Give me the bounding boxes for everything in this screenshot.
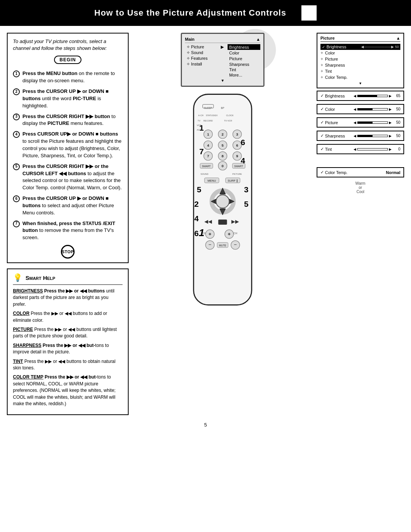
sharpness-value: 50 (393, 134, 400, 138)
step-5-text: Press the CURSOR RIGHT ▶▶ or the CURSOR … (22, 163, 123, 192)
tv-menu-row-picture: ✧ Picture ▶ Brightness (185, 44, 260, 50)
sharpness-row: ✓ Sharpness ◀ ▶ 50 (320, 133, 400, 138)
remote-control[interactable]: SLEEP BP A-CH STATUS/EX CLOCK TV RECORD … (169, 91, 276, 327)
picture-value: 50 (393, 120, 400, 125)
tv-menu-table: ✧ Picture ▶ Brightness ✧ Sound Color ✧ F… (185, 44, 260, 78)
picture-menu-brightness: ✓ Brightness ◀————————▶ 50 (320, 44, 400, 50)
picture-menu-down-arrow: ▼ (320, 81, 400, 85)
help-brightness: BRIGHTNESS Press the ▶▶ or ◀◀ buttons un… (13, 288, 123, 308)
step-2: 2 Press the CURSOR UP ▶ or DOWN ■ button… (13, 88, 123, 110)
svg-text:STATUS/EX: STATUS/EX (206, 114, 218, 117)
svg-text:−: − (209, 242, 212, 248)
help-sharpness: SHARPNESS Press the ▶▶ or ◀◀ but-tons to… (13, 342, 123, 356)
svg-text:CLOCK: CLOCK (226, 114, 234, 117)
step-3-number: 3 (13, 113, 20, 120)
tv-menu-row-install: ✧ Install Sharpness (185, 61, 260, 67)
tv-main-label: Main (185, 37, 194, 42)
brightness-panel: ✓ Brightness ◀ ▶ 65 (317, 91, 404, 101)
svg-text:8: 8 (221, 154, 223, 158)
right-column: Picture ▲ ✓ Brightness ◀————————▶ 50 ✧ C… (317, 33, 404, 415)
stop-badge: STOP (61, 245, 75, 259)
picture-tri-right: ▶ (389, 121, 392, 125)
picture-label: ✓ Picture (320, 120, 338, 125)
picture-bar-fill (358, 122, 373, 123)
picture-menu-sharpness: ✧ Sharpness (320, 62, 400, 68)
sharpness-tri-left: ◀ (354, 134, 356, 138)
tint-tri-right: ▶ (389, 147, 392, 151)
svg-point-46 (216, 195, 229, 208)
brightness-bar (357, 95, 388, 97)
sharpness-panel: ✓ Sharpness ◀ ▶ 50 (317, 131, 404, 141)
svg-text:◀◀: ◀◀ (204, 219, 212, 224)
svg-text:3: 3 (244, 185, 249, 194)
picture-menu-up-arrow: ▲ (396, 36, 400, 40)
begin-badge: BEGIN (54, 56, 81, 64)
brightness-tri-left: ◀ (354, 94, 356, 98)
picture-bar (357, 121, 388, 124)
sharpness-bar-container: ◀ ▶ 50 (354, 134, 400, 138)
picture-panel: ✓ Picture ◀ ▶ 50 (317, 117, 404, 128)
svg-text:CH: CH (234, 232, 237, 235)
sharpness-label: ✓ Sharpness (320, 133, 345, 138)
step-1: 1 Press the MENU button on the remote to… (13, 70, 123, 85)
color-tri-right: ▶ (389, 107, 392, 111)
tv-menu-row-features: ✧ Features Picture (185, 56, 260, 61)
svg-rect-49 (218, 220, 227, 225)
page-number: 5 (0, 422, 411, 431)
brightness-bar-fill (358, 95, 377, 97)
color-bar-container: ◀ ▶ 50 (354, 107, 400, 111)
brightness-bar-container: ◀ ▶ 65 (354, 94, 400, 98)
svg-text:4: 4 (207, 143, 209, 147)
picture-menu-tint: ✧ Tint (320, 68, 400, 74)
svg-text:5: 5 (197, 185, 201, 194)
svg-text:7: 7 (199, 147, 204, 156)
page-header: How to Use the Picture Adjustment Contro… (0, 0, 411, 26)
svg-text:4: 4 (194, 214, 199, 223)
help-tint: TINT Press the ▶▶ or ◀◀ buttons to obtai… (13, 358, 123, 372)
tv-menu-up-arrow: ▲ (256, 37, 260, 42)
svg-text:RECORD: RECORD (203, 120, 213, 122)
picture-menu-color: ✧ Color (320, 50, 400, 56)
svg-text:1: 1 (207, 132, 209, 136)
color-value: 50 (393, 107, 400, 111)
intro-text: To adjust your TV picture controls, sele… (13, 38, 123, 52)
warm-cool-label: WarmorCool (317, 181, 404, 194)
tv-menu-down-arrow: ▼ (185, 78, 260, 83)
picture-menu-header: Picture ▲ (320, 36, 400, 42)
step-2-text: Press the CURSOR UP ▶ or DOWN ■ buttons … (22, 88, 123, 110)
step-1-text: Press the MENU button on the remote to d… (22, 70, 123, 85)
lightbulb-icon: 💡 (13, 273, 22, 282)
tv-screen: Main ▲ ✧ Picture ▶ Brightness ✧ Sound Co… (181, 33, 264, 87)
step-1-number: 1 (13, 70, 20, 77)
color-panel: ✓ Color ◀ ▶ 50 (317, 104, 404, 114)
svg-text:+: + (209, 231, 212, 237)
svg-text:4: 4 (241, 156, 245, 165)
help-color: COLOR Press the ▶▶ or ◀◀ buttons to add … (13, 310, 123, 324)
svg-text:6: 6 (194, 229, 199, 238)
smart-help-title: 💡 Smart Help (13, 273, 123, 285)
tint-row: ✓ Tint ◀ ▶ 0 (320, 147, 400, 152)
tv-screen-container: Main ▲ ✧ Picture ▶ Brightness ✧ Sound Co… (181, 33, 264, 87)
svg-text:BP: BP (221, 107, 225, 109)
help-colortemp: COLOR TEMP Press the ▶▶ or ◀◀ but-tons t… (13, 374, 123, 407)
picture-tri-left: ◀ (354, 121, 356, 125)
step-5: 5 Press the CURSOR RIGHT ▶▶ or the CURSO… (13, 163, 123, 192)
brightness-label: ✓ Brightness (320, 93, 345, 98)
svg-text:9: 9 (236, 154, 238, 158)
brightness-row: ✓ Brightness ◀ ▶ 65 (320, 93, 400, 98)
remote-svg: SLEEP BP A-CH STATUS/EX CLOCK TV RECORD … (169, 91, 276, 327)
step-4-number: 4 (13, 131, 20, 138)
tv-menu-row-sound: ✧ Sound Color (185, 50, 260, 56)
colortemp-panel: ✓ Color Temp. Normal (317, 167, 404, 177)
picture-menu-colortemp: ✧ Color Temp. (320, 74, 400, 80)
step-5-number: 5 (13, 163, 20, 170)
svg-text:TV·VCR: TV·VCR (224, 120, 232, 122)
svg-text:SURF ‖: SURF ‖ (228, 179, 238, 182)
tv-menu-header: Main ▲ (185, 37, 260, 43)
step-3-text: Press the CURSOR RIGHT ▶▶ button to disp… (22, 113, 123, 128)
brightness-tri-right: ▶ (389, 94, 392, 98)
step-6: 6 Press the CURSOR UP ▶ or DOWN ■ button… (13, 195, 123, 217)
svg-text:▶▶: ▶▶ (231, 219, 239, 224)
instruction-box: To adjust your TV picture controls, sele… (7, 33, 129, 263)
svg-text:0: 0 (221, 164, 223, 168)
